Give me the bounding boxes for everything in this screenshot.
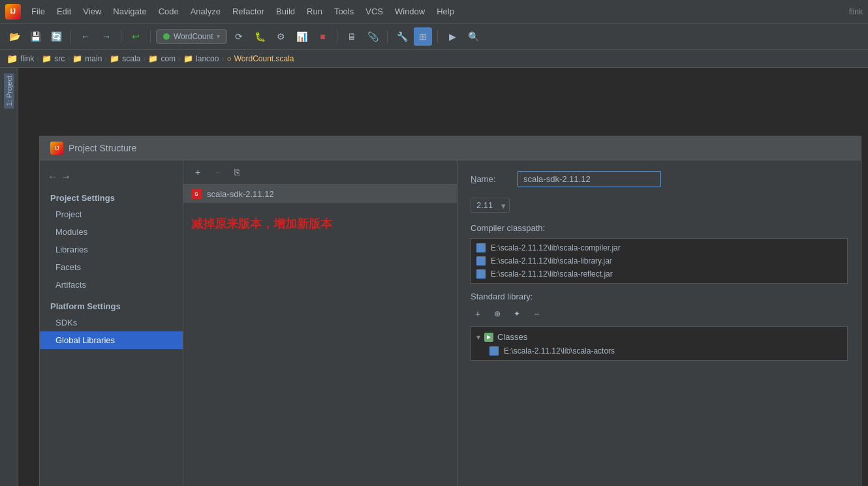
sep5 bbox=[387, 30, 388, 43]
nav-back-row: ← → bbox=[40, 168, 183, 188]
menu-edit[interactable]: Edit bbox=[52, 5, 76, 18]
breadcrumb: 📁 flink › 📁 src › 📁 main › 📁 scala › 📁 c… bbox=[0, 50, 868, 68]
sep3 bbox=[150, 30, 151, 43]
stop-btn[interactable]: ■ bbox=[313, 27, 332, 46]
back-btn[interactable]: ← bbox=[76, 27, 95, 46]
breadcrumb-src[interactable]: src bbox=[54, 54, 65, 63]
std-add-config-btn[interactable]: ⊕ bbox=[490, 307, 504, 321]
menu-help[interactable]: Help bbox=[431, 5, 459, 18]
sidebar-item-global-libraries[interactable]: Global Libraries bbox=[40, 331, 183, 349]
menu-vcs[interactable]: VCS bbox=[360, 5, 388, 18]
undo-btn[interactable]: ↩ bbox=[127, 27, 145, 46]
copy-sdk-btn[interactable]: ⎘ bbox=[229, 164, 245, 180]
forward-btn[interactable]: → bbox=[97, 27, 116, 46]
run-action-btn[interactable]: ▶ bbox=[443, 27, 461, 46]
jar-icon-1 bbox=[476, 256, 486, 266]
project-structure-btn[interactable]: 🔧 bbox=[393, 27, 411, 46]
add-sdk-btn[interactable]: + bbox=[190, 164, 206, 180]
search-everywhere-btn[interactable]: 🔍 bbox=[464, 27, 482, 46]
std-add-btn[interactable]: + bbox=[471, 307, 485, 321]
version-select[interactable]: 2.11 2.12 2.13 bbox=[471, 198, 510, 213]
settings-btn[interactable]: ⊞ bbox=[414, 27, 432, 46]
standard-library-label: Standard library: bbox=[471, 292, 848, 301]
nav-forward-btn[interactable]: → bbox=[61, 171, 71, 183]
std-add-special-btn[interactable]: ✦ bbox=[510, 307, 524, 321]
sdk-list-item[interactable]: S scala-sdk-2.11.12 bbox=[183, 185, 457, 203]
menubar: IJ File Edit View Navigate Code Analyze … bbox=[0, 0, 868, 23]
classpath-item-1: E:\scala-2.11.12\lib\scala-library.jar bbox=[471, 254, 847, 267]
menu-file[interactable]: File bbox=[26, 5, 50, 18]
project-panel-label[interactable]: 1: Project bbox=[4, 73, 14, 108]
classes-item-0: E:\scala-2.11.12\lib\scala-actors bbox=[471, 344, 847, 357]
refresh-btn[interactable]: ⟳ bbox=[230, 27, 248, 46]
classes-section: ▾ Classes E:\scala-2.11.12\lib\scala-act… bbox=[471, 326, 848, 361]
dialog-middle-panel: + − ⎘ S scala-sdk-2.11.12 减掉原来版本，增加新版本 bbox=[183, 160, 457, 486]
menu-window[interactable]: Window bbox=[390, 5, 430, 18]
coverage-btn[interactable]: 📊 bbox=[292, 27, 311, 46]
project-structure-dialog: IJ Project Structure ← → Project Setting… bbox=[39, 136, 861, 486]
app-logo: IJ bbox=[5, 4, 21, 20]
name-label: Name: bbox=[471, 174, 510, 184]
compiler-classpath-label: Compiler classpath: bbox=[471, 223, 848, 233]
menu-build[interactable]: Build bbox=[271, 5, 300, 18]
menu-code[interactable]: Code bbox=[153, 5, 184, 18]
sidebar-item-libraries[interactable]: Libraries bbox=[40, 241, 183, 258]
annotation-text: 减掉原来版本，增加新版本 bbox=[183, 203, 457, 245]
save-btn[interactable]: 💾 bbox=[26, 27, 44, 46]
classes-icon bbox=[484, 333, 493, 342]
version-field-row: 2.11 2.12 2.13 bbox=[471, 198, 848, 213]
classes-path-0: E:\scala-2.11.12\lib\scala-actors bbox=[504, 346, 615, 356]
middle-toolbar: + − ⎘ bbox=[183, 160, 457, 185]
classes-header: ▾ Classes bbox=[471, 329, 847, 344]
classpath-path-0: E:\scala-2.11.12\lib\scala-compiler.jar bbox=[491, 243, 621, 252]
project-settings-header: Project Settings bbox=[40, 188, 183, 205]
menu-navigate[interactable]: Navigate bbox=[108, 5, 151, 18]
menu-tools[interactable]: Tools bbox=[329, 5, 359, 18]
compiler-classpath-list: E:\scala-2.11.12\lib\scala-compiler.jar … bbox=[471, 238, 848, 284]
classes-jar-icon bbox=[489, 346, 499, 356]
classpath-path-1: E:\scala-2.11.12\lib\scala-library.jar bbox=[491, 256, 612, 266]
menu-run[interactable]: Run bbox=[302, 5, 328, 18]
breadcrumb-flink[interactable]: flink bbox=[20, 54, 34, 63]
sep2 bbox=[121, 30, 121, 43]
sidebar-item-project[interactable]: Project bbox=[40, 205, 183, 223]
run-config-selector[interactable]: WordCount ▾ bbox=[156, 29, 227, 44]
build-btn[interactable]: ⚙ bbox=[271, 27, 290, 46]
sidebar-item-modules[interactable]: Modules bbox=[40, 223, 183, 241]
attach-btn[interactable]: 📎 bbox=[364, 27, 382, 46]
debug-btn[interactable]: 🐛 bbox=[251, 27, 269, 46]
dialog-title: Project Structure bbox=[69, 143, 136, 153]
run-config-arrow: ▾ bbox=[217, 33, 220, 40]
menu-refactor[interactable]: Refactor bbox=[227, 5, 270, 18]
classpath-item-2: E:\scala-2.11.12\lib\scala-reflect.jar bbox=[471, 267, 847, 281]
std-lib-toolbar: + ⊕ ✦ − bbox=[471, 307, 848, 321]
sidebar-item-facets[interactable]: Facets bbox=[40, 258, 183, 276]
remove-sdk-btn[interactable]: − bbox=[209, 164, 225, 180]
sidebar-item-sdks[interactable]: SDKs bbox=[40, 314, 183, 331]
menu-analyze[interactable]: Analyze bbox=[185, 5, 226, 18]
sep4 bbox=[337, 30, 337, 43]
name-input[interactable] bbox=[518, 171, 661, 187]
breadcrumb-com[interactable]: com bbox=[161, 54, 176, 63]
sidebar-item-artifacts[interactable]: Artifacts bbox=[40, 276, 183, 294]
sep6 bbox=[437, 30, 438, 43]
breadcrumb-lancoo[interactable]: lancoo bbox=[196, 54, 219, 63]
nav-back-btn[interactable]: ← bbox=[48, 171, 58, 183]
sdk-icon: S bbox=[191, 189, 202, 199]
breadcrumb-scala[interactable]: scala bbox=[122, 54, 140, 63]
dialog-titlebar: IJ Project Structure bbox=[40, 136, 861, 160]
breadcrumb-file[interactable]: WordCount.scala bbox=[234, 54, 294, 63]
open-file-btn[interactable]: 📂 bbox=[5, 27, 23, 46]
sdk-name: scala-sdk-2.11.12 bbox=[207, 189, 274, 199]
sep1 bbox=[70, 30, 71, 43]
run-dot bbox=[163, 33, 170, 40]
toolbar: 📂 💾 🔄 ← → ↩ WordCount ▾ ⟳ 🐛 ⚙ 📊 ■ 🖥 📎 🔧 … bbox=[0, 23, 868, 50]
breadcrumb-main[interactable]: main bbox=[85, 54, 102, 63]
deploy-btn[interactable]: 🖥 bbox=[343, 27, 361, 46]
user-name: flink bbox=[849, 7, 863, 16]
synchronize-btn[interactable]: 🔄 bbox=[47, 27, 65, 46]
menu-view[interactable]: View bbox=[78, 5, 106, 18]
dialog-body: ← → Project Settings Project Modules Lib… bbox=[40, 160, 861, 486]
project-panel: 1: Project bbox=[0, 68, 18, 486]
std-remove-btn[interactable]: − bbox=[529, 307, 544, 321]
